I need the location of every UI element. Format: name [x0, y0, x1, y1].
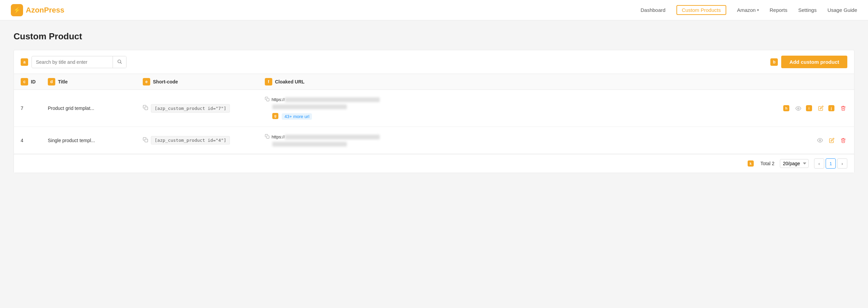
cell-id-2: 4	[21, 138, 48, 143]
logo: ⚡ AzonPress	[11, 4, 64, 16]
main-content: Custom Product a b Add custom product c	[0, 20, 868, 308]
col-id: c ID	[21, 78, 48, 85]
pagination-total: Total 2	[761, 161, 774, 166]
annotation-c: c	[21, 78, 28, 85]
url-blurred-1b	[272, 104, 347, 109]
url-copy-icon-1[interactable]	[265, 97, 270, 102]
annotation-j: j	[828, 105, 834, 111]
search-icon	[117, 59, 122, 64]
more-url-badge[interactable]: 43+ more url	[282, 113, 312, 120]
logo-text: AzonPress	[26, 6, 64, 15]
logo-icon: ⚡	[11, 4, 23, 16]
products-table: c ID d Title e Short-code f Cloaked URL …	[14, 74, 854, 173]
toolbar: a b Add custom product	[14, 50, 854, 74]
search-input[interactable]	[32, 57, 113, 68]
next-page-button[interactable]: ›	[837, 158, 847, 169]
search-button[interactable]	[113, 56, 126, 68]
pagination-nav: ‹ 1 ›	[814, 158, 847, 169]
per-page-select[interactable]: 10/page 20/page 50/page	[780, 159, 809, 168]
annotation-d: d	[48, 78, 55, 85]
copy-icon-1[interactable]	[143, 105, 148, 112]
url-blurred-2	[285, 135, 380, 139]
cell-title-1: Product grid templat...	[48, 105, 143, 111]
nav-reports[interactable]: Reports	[770, 6, 788, 14]
cell-url-1: https:// g 43+ more url	[265, 97, 807, 120]
table-row: 4 Single product templ... [azp_custom_pr…	[14, 127, 854, 154]
nav-settings[interactable]: Settings	[798, 6, 816, 14]
table-row: 7 Product grid templat... [azp_custom_pr…	[14, 90, 854, 127]
edit-button-1[interactable]	[817, 104, 825, 112]
pagination-bar: k Total 2 10/page 20/page 50/page ‹ 1 ›	[14, 154, 854, 173]
table-header: c ID d Title e Short-code f Cloaked URL	[14, 74, 854, 90]
annotation-a: a	[21, 58, 28, 66]
main-nav: Dashboard Custom Products Amazon ▾ Repor…	[640, 5, 857, 15]
svg-line-1	[120, 62, 121, 63]
col-title: d Title	[48, 78, 143, 85]
delete-button-1[interactable]	[839, 104, 847, 112]
nav-dashboard[interactable]: Dashboard	[640, 6, 665, 14]
annotation-g: g	[272, 113, 278, 119]
svg-rect-5	[145, 139, 148, 142]
page-title: Custom Product	[14, 31, 854, 42]
annotation-i: i	[806, 105, 812, 111]
svg-point-7	[819, 139, 821, 141]
url-prefix-2: https://	[272, 134, 285, 139]
search-box	[32, 56, 126, 68]
view-button-2[interactable]	[816, 136, 824, 145]
col-shortcode: e Short-code	[143, 78, 265, 85]
col-actions	[807, 78, 847, 85]
cell-shortcode-2: [azp_custom_product id="4"]	[143, 136, 265, 145]
header: ⚡ AzonPress Dashboard Custom Products Am…	[0, 0, 868, 20]
url-blurred-2b	[272, 142, 347, 147]
cell-url-2: https://	[265, 134, 807, 147]
page-1-button[interactable]: 1	[826, 158, 836, 169]
copy-icon-2[interactable]	[143, 137, 148, 144]
chevron-down-icon: ▾	[757, 8, 759, 12]
cell-id-1: 7	[21, 105, 48, 111]
annotation-f: f	[265, 78, 272, 85]
prev-page-button[interactable]: ‹	[814, 158, 824, 169]
col-cloaked-url: f Cloaked URL	[265, 78, 807, 85]
svg-rect-6	[267, 136, 269, 138]
annotation-k: k	[748, 160, 754, 167]
nav-amazon[interactable]: Amazon ▾	[737, 6, 759, 14]
svg-rect-3	[267, 98, 269, 101]
logo-brand: Azon	[26, 6, 44, 14]
view-button-1[interactable]	[794, 104, 803, 113]
svg-rect-2	[145, 107, 148, 110]
url-prefix-1: https://	[272, 97, 285, 102]
cell-actions-1: h i j	[807, 104, 847, 113]
url-blurred-1	[285, 97, 380, 102]
annotation-h: h	[783, 105, 789, 111]
cell-actions-2	[807, 136, 847, 145]
url-copy-icon-2[interactable]	[265, 134, 270, 140]
edit-button-2[interactable]	[828, 136, 836, 145]
shortcode-value-1: [azp_custom_product id="7"]	[151, 104, 230, 113]
cell-title-2: Single product templ...	[48, 138, 143, 143]
cell-shortcode-1: [azp_custom_product id="7"]	[143, 104, 265, 113]
svg-point-4	[797, 108, 799, 109]
logo-suffix: Press	[44, 6, 64, 14]
annotation-b: b	[770, 58, 778, 66]
shortcode-value-2: [azp_custom_product id="4"]	[151, 136, 230, 145]
add-custom-product-button[interactable]: Add custom product	[781, 56, 847, 68]
nav-custom-products[interactable]: Custom Products	[676, 5, 726, 15]
nav-usage-guide[interactable]: Usage Guide	[827, 6, 857, 14]
annotation-e: e	[143, 78, 150, 85]
delete-button-2[interactable]	[839, 136, 847, 145]
